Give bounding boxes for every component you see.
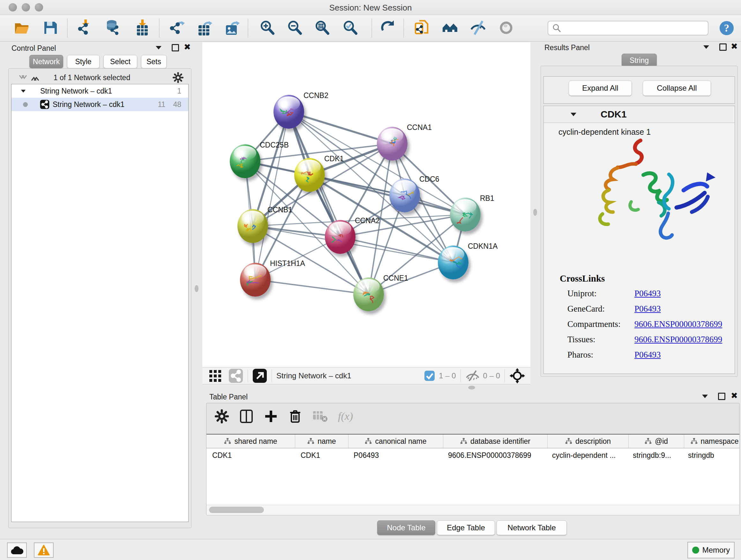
node-CCNB1[interactable] (238, 209, 268, 243)
grid-view-icon[interactable] (209, 369, 223, 383)
column-hierarchy-icon (307, 438, 314, 445)
network-tree-row[interactable]: String Network – cdk11148 (11, 98, 188, 111)
tab-network[interactable]: Network (29, 55, 63, 68)
tab-network-table[interactable]: Network Table (496, 520, 567, 535)
tab-node-table[interactable]: Node Table (377, 520, 435, 535)
selected-checkbox-icon[interactable] (424, 370, 435, 381)
import-network-database-icon[interactable] (105, 19, 122, 37)
memory-button[interactable]: Memory (687, 542, 735, 558)
left-splitter-grip[interactable] (195, 285, 199, 292)
column-header-canonical-name[interactable]: canonical name (348, 435, 443, 448)
results-panel-close-icon[interactable]: ✖ (731, 43, 738, 50)
clone-network-icon[interactable] (414, 19, 431, 37)
column-header-shared-name[interactable]: shared name (206, 435, 295, 448)
network-collection-label: String Network – cdk1 (40, 87, 112, 96)
crosslink-value-link[interactable]: P06493 (634, 304, 661, 314)
edge-CCNB2-CCNA1[interactable] (289, 112, 392, 144)
tab-select[interactable]: Select (104, 55, 137, 68)
zoom-selected-icon[interactable] (342, 19, 359, 37)
edge-CDK1-RB1[interactable] (310, 175, 465, 214)
edge-HIST1H1A-CCNE1[interactable] (255, 280, 368, 294)
column-header-name[interactable]: name (295, 435, 348, 448)
warning-status-button[interactable] (34, 543, 54, 558)
zoom-out-icon[interactable] (286, 19, 304, 37)
column-header-namespace[interactable]: namespace (684, 435, 739, 448)
delete-column-icon[interactable] (288, 409, 302, 423)
show-graphics-details-icon[interactable] (498, 19, 515, 37)
import-network-icon[interactable] (77, 19, 94, 37)
table-hscrollbar[interactable] (206, 505, 739, 515)
column-header-database-identifier[interactable]: database identifier (443, 435, 548, 448)
node-CCNB2[interactable] (273, 95, 304, 129)
save-session-icon[interactable] (42, 19, 59, 37)
edge-CCNB2-HIST1H1A[interactable] (255, 112, 289, 280)
protein-thumbnail (382, 134, 402, 155)
table-panel-menu-icon[interactable] (702, 395, 708, 398)
crosslink-value-link[interactable]: P06493 (634, 289, 661, 299)
tab-edge-table[interactable]: Edge Table (437, 520, 495, 535)
crosslink-value-link[interactable]: 9606.ENSP00000378699 (634, 319, 722, 329)
right-splitter-grip[interactable] (533, 209, 537, 216)
table-panel-float-icon[interactable] (718, 393, 725, 400)
collapse-all-icon[interactable] (18, 74, 28, 82)
tab-sets[interactable]: Sets (141, 55, 166, 68)
cloud-status-button[interactable] (7, 543, 27, 558)
node-CDC6[interactable] (389, 179, 420, 212)
crosslink-value-link[interactable]: 9606.ENSP00000378699 (634, 334, 722, 345)
open-session-icon[interactable] (13, 19, 30, 37)
home-icon[interactable] (442, 19, 459, 37)
node-HIST1H1A[interactable] (240, 263, 271, 297)
refresh-layout-icon[interactable] (381, 19, 398, 37)
control-panel-float-icon[interactable] (172, 44, 179, 51)
tab-string[interactable]: String (622, 54, 657, 67)
table-gear-icon[interactable] (215, 409, 229, 423)
table-hscrollbar-thumb[interactable] (209, 507, 264, 513)
bottom-splitter-grip[interactable] (468, 386, 475, 389)
expand-all-icon[interactable] (30, 74, 40, 82)
export-image-icon[interactable] (223, 19, 241, 37)
node-CCNA1[interactable] (377, 127, 408, 161)
collapse-card-icon[interactable] (570, 113, 576, 116)
column-header--id[interactable]: @id (629, 435, 684, 448)
control-panel-close-icon[interactable]: ✖ (184, 44, 191, 50)
show-columns-icon[interactable] (239, 409, 254, 424)
protein-card-header[interactable]: CDK1 (544, 106, 735, 123)
search-input[interactable] (548, 21, 709, 36)
hide-graphics-details-icon[interactable] (470, 19, 487, 37)
results-panel-menu-icon[interactable] (703, 45, 709, 49)
network-tree-row[interactable]: String Network – cdk11 (11, 84, 188, 98)
node-CCNA2[interactable] (325, 220, 355, 254)
export-network-icon[interactable] (169, 19, 186, 37)
fit-content-crosshair-icon[interactable] (509, 368, 525, 384)
node-CDK1[interactable] (294, 158, 325, 192)
network-share-icon[interactable] (228, 368, 243, 383)
export-table-icon[interactable] (196, 19, 213, 37)
results-panel-float-icon[interactable] (719, 44, 727, 51)
edge-CCNA2-CDKN1A[interactable] (340, 237, 453, 262)
tab-style[interactable]: Style (67, 55, 99, 68)
results-panel: Results Panel ✖ String Expand All Collap… (540, 42, 738, 384)
table-panel-close-icon[interactable]: ✖ (731, 392, 738, 399)
tree-expand-icon[interactable] (21, 90, 25, 92)
network-view-canvas[interactable]: CCNB2CCNA1CDC25BCDK1CDC6RB1CCNB1CCNA2CDK… (202, 42, 530, 367)
node-CDKN1A[interactable] (438, 246, 468, 279)
network-options-gear-icon[interactable] (173, 72, 184, 83)
collapse-all-button[interactable]: Collapse All (643, 80, 711, 96)
open-external-icon[interactable] (253, 368, 267, 383)
zoom-in-icon[interactable] (259, 19, 276, 37)
table-row[interactable]: CDK1CDK1P064939606.ENSP00000378699cyclin… (206, 448, 739, 462)
node-RB1[interactable] (450, 198, 481, 232)
node-label-RB1: RB1 (480, 194, 494, 203)
create-column-icon[interactable] (264, 409, 278, 423)
column-header-description[interactable]: description (548, 435, 629, 448)
help-icon[interactable]: ? (719, 20, 736, 37)
control-panel-menu-icon[interactable] (156, 46, 161, 50)
node-CCNE1[interactable] (353, 277, 384, 311)
expand-all-button[interactable]: Expand All (569, 80, 632, 96)
node-CDC25B[interactable] (230, 144, 260, 178)
import-table-icon[interactable] (134, 19, 151, 37)
node-label-CDC25B: CDC25B (260, 141, 289, 149)
zoom-fit-icon[interactable] (314, 19, 331, 37)
column-header-label: namespace (701, 437, 739, 446)
crosslink-value-link[interactable]: P06493 (634, 350, 661, 360)
